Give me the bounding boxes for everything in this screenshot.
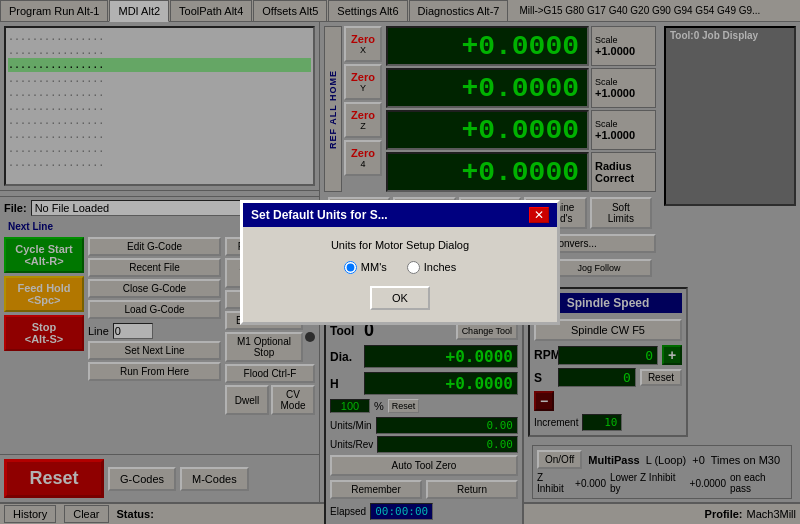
modal-overlay: Set Default Units for S... ✕ Units for M…: [0, 0, 800, 524]
inches-radio-label[interactable]: Inches: [407, 261, 456, 274]
modal-subtitle: Units for Motor Setup Dialog: [255, 239, 545, 251]
mm-radio-label[interactable]: MM's: [344, 261, 387, 274]
inches-radio[interactable]: [407, 261, 420, 274]
ok-button[interactable]: OK: [370, 286, 430, 310]
modal-close-button[interactable]: ✕: [529, 207, 549, 223]
mm-radio[interactable]: [344, 261, 357, 274]
modal-title: Set Default Units for S...: [251, 208, 388, 222]
modal-dialog: Set Default Units for S... ✕ Units for M…: [240, 200, 560, 325]
